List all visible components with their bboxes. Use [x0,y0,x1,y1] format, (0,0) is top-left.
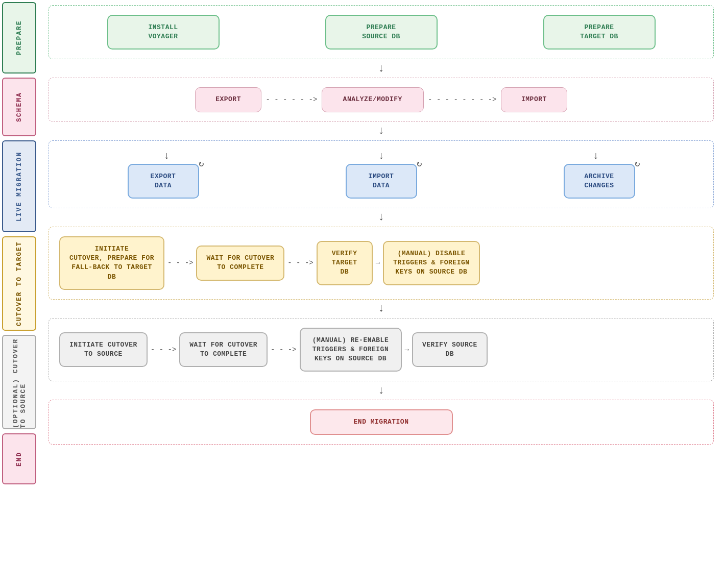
label-schema: SCHEMA [2,78,36,136]
refresh-icon-import: ↻ [417,158,422,169]
arrow-live-to-cutover-target: ↓ [49,208,714,227]
section-end: END MIGRATION [49,400,714,445]
box-export-data: EXPORT DATA [128,164,199,199]
arrow-export-to-analyze: - - - - - -> [261,95,322,104]
box-verify-source-db: VERIFY SOURCE DB [412,332,488,367]
box-disable-triggers: (MANUAL) DISABLE TRIGGERS & FOREIGN KEYS… [383,241,479,285]
box-prepare-source-db: PREPARE SOURCE DB [325,15,438,50]
section-cutover-target: INITIATE CUTOVER, PREPARE FOR FALL-BACK … [49,227,714,300]
box-export: EXPORT [195,87,261,112]
arrow-into-archive-changes: ↓ [593,150,599,162]
box-wait-cutover-target: WAIT FOR CUTOVER TO COMPLETE [196,246,284,280]
arrow-cs1: - - -> [151,346,176,354]
arrow-into-export-data: ↓ [163,150,170,162]
arrow-ct3: → [376,259,380,267]
section-live-migration: ↓ ↓ ↓ ↻ EXPORT DATA ↻ IMPORT DATA ↻ AR [49,140,714,208]
arrow-ct2: - - -> [287,259,313,267]
box-install-voyager: INSTALL VOYAGER [107,15,220,50]
arrow-analyze-to-import: - - - - - - - -> [424,95,501,104]
wrapper-export-data: ↻ EXPORT DATA [128,164,199,199]
arrow-cutover-target-to-source: ↓ [49,300,714,318]
box-import-data: IMPORT DATA [346,164,417,199]
arrow-cs3: → [405,346,409,354]
box-archive-changes: ARCHIVE CHANGES [564,164,635,199]
wrapper-archive-changes: ↻ ARCHIVE CHANGES [564,164,635,199]
box-prepare-target-db: PREPARE TARGET DB [543,15,656,50]
box-initiate-cutover-source: INITIATE CUTOVER TO SOURCE [59,332,148,367]
box-verify-target-db: VERIFY TARGET DB [317,241,373,285]
box-end-migration: END MIGRATION [310,409,453,435]
refresh-icon-archive: ↻ [635,158,640,169]
refresh-icon-export: ↻ [199,158,204,169]
label-cutover-source: (OPTIONAL) CUTOVER TO SOURCE [2,335,36,429]
arrow-into-import-data: ↓ [378,150,384,162]
arrow-source-to-end: ↓ [49,381,714,400]
label-live-migration: LIVE MIGRATION [2,140,36,232]
box-analyze-modify: ANALYZE/MODIFY [322,87,424,112]
arrow-cs2: - - -> [271,346,296,354]
arrow-schema-to-live: ↓ [49,122,714,140]
label-prepare: PREPARE [2,2,36,74]
box-import: IMPORT [501,87,567,112]
box-reenable-triggers: (MANUAL) RE-ENABLE TRIGGERS & FOREIGN KE… [300,328,402,372]
label-cutover-target: CUTOVER TO TARGET [2,236,36,331]
arrow-prepare-to-schema: ↓ [49,59,714,78]
section-prepare: INSTALL VOYAGER PREPARE SOURCE DB PREPAR… [49,5,714,59]
section-cutover-source: INITIATE CUTOVER TO SOURCE - - -> WAIT F… [49,318,714,382]
wrapper-import-data: ↻ IMPORT DATA [346,164,417,199]
arrow-ct1: - - -> [167,259,193,267]
label-end: END [2,433,36,484]
box-wait-cutover-source: WAIT FOR CUTOVER TO COMPLETE [179,332,268,367]
section-schema: EXPORT - - - - - -> ANALYZE/MODIFY - - -… [49,78,714,121]
box-initiate-cutover-target: INITIATE CUTOVER, PREPARE FOR FALL-BACK … [59,236,164,290]
